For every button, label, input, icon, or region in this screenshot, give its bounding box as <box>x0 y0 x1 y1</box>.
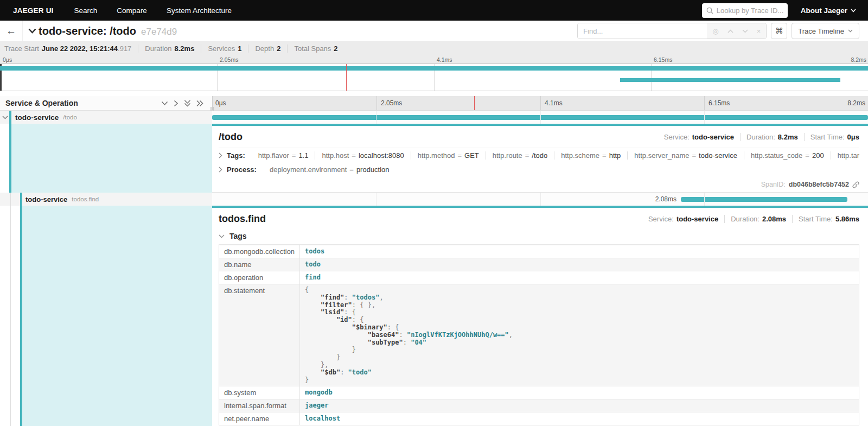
detail-accent-bar <box>212 124 868 126</box>
trace-collapse-chevron-icon[interactable] <box>28 28 36 34</box>
tag-value: /todo <box>532 151 547 160</box>
trace-meta-item: Duration8.2ms <box>138 44 201 53</box>
timeline-grid-header: Service & Operation 0μs2.05ms4.1ms6.15ms… <box>0 96 868 111</box>
meta-label: Total Spans <box>294 44 331 53</box>
detail-overview-meta: Service:todo-serviceDuration:8.2msStart … <box>658 133 859 141</box>
find-input[interactable] <box>578 23 707 39</box>
timeline-gridline <box>704 111 705 124</box>
detail-header: /todo Service:todo-serviceDuration:8.2ms… <box>219 131 859 143</box>
jaeger-logo[interactable]: JAEGER UI <box>13 7 54 15</box>
tag-table-row: net.peer.namelocalhost <box>219 412 859 425</box>
collapse-one-icon[interactable] <box>161 101 168 106</box>
detail-accent-bar <box>212 206 868 208</box>
span-children-chevron-icon[interactable] <box>2 116 10 119</box>
tags-accordion[interactable]: Tags: http.flavor=1.1http.host=localhost… <box>219 148 859 160</box>
process-accordion[interactable]: Process: deployment.environment=producti… <box>219 164 859 174</box>
tag-pill: deployment.environment=production <box>263 166 396 174</box>
detail-meta-label: Duration: <box>746 133 775 141</box>
prev-result-icon[interactable] <box>727 29 733 33</box>
tag-table-row: db.operationfind <box>219 271 859 284</box>
span-detail-indent <box>0 206 212 426</box>
tag-pill: http.scheme=http <box>554 151 628 160</box>
service-color-bar <box>20 193 22 206</box>
span-bar-cell[interactable]: 2.08ms <box>212 193 868 206</box>
tags-section-toggle[interactable]: Tags <box>219 232 859 245</box>
back-button[interactable]: ← <box>0 21 23 41</box>
service-color-bar <box>9 111 11 124</box>
tag-table-key: internal.span.format <box>219 399 300 412</box>
tag-pill: http.server_name=todo-service <box>628 151 744 160</box>
tag-key: http.host <box>322 151 349 160</box>
span-row-todos-find[interactable]: todo-service todos.find 2.08ms <box>0 193 868 206</box>
equals-sign: = <box>602 151 607 160</box>
nav-item-compare[interactable]: Compare <box>117 7 147 15</box>
detail-meta-value: todo-service <box>692 133 734 141</box>
timeline-gridline <box>540 193 541 206</box>
service-color-bar <box>9 124 11 193</box>
minimap-tick-label: 6.15ms <box>651 56 672 63</box>
db-statement-json: { "find": "todos", "filter": { }, "lsid"… <box>305 287 854 384</box>
span-detail-indent <box>0 124 212 193</box>
span-detail-card-todos-find: todos.find Service:todo-serviceDuration:… <box>212 206 868 426</box>
tag-table-key: db.statement <box>219 284 300 386</box>
span-name-cell[interactable]: todo-service /todo <box>0 111 212 124</box>
nav-item-search[interactable]: Search <box>74 7 98 15</box>
tag-key: deployment.environment <box>270 166 347 174</box>
trace-meta-item: Trace StartJune 22 2022, 15:21:44.917 <box>4 44 138 53</box>
minimap-tick-label: 0μs <box>0 56 12 63</box>
tag-pill: http.method=GET <box>411 151 486 160</box>
clear-find-icon[interactable]: × <box>757 28 761 35</box>
tag-pill: http.route=/todo <box>486 151 554 160</box>
minimap-tick-labels: 0μs2.05ms4.1ms6.15ms8.2ms <box>0 56 868 63</box>
chevron-right-icon <box>219 167 222 173</box>
expand-all-icon[interactable] <box>196 100 203 107</box>
about-jaeger-menu[interactable]: About Jaeger <box>801 7 856 15</box>
span-duration-bar[interactable] <box>681 197 847 202</box>
tag-key: http.route <box>493 151 522 160</box>
find-result-controls: ◎ × <box>707 23 766 39</box>
collapse-all-icon[interactable] <box>184 100 191 107</box>
trace-view-dropdown[interactable]: Trace Timeline <box>792 23 859 39</box>
page-title: todo-service: /todo e7e74d9 <box>39 25 177 37</box>
tag-key: http.scheme <box>561 151 599 160</box>
timeline-gridline <box>704 193 705 206</box>
tag-table-key: db.name <box>219 258 300 271</box>
span-row-todo[interactable]: todo-service /todo <box>0 111 868 124</box>
timeline-minimap[interactable] <box>0 63 868 91</box>
tag-table-row: db.mongodb.collectiontodos <box>219 245 859 258</box>
service-operation-header: Service & Operation <box>0 96 212 111</box>
detail-meta-item: Duration:8.2ms <box>741 133 805 141</box>
equals-sign: = <box>692 151 697 160</box>
span-bar-cell[interactable] <box>212 111 868 124</box>
nav-item-system-architecture[interactable]: System Architecture <box>167 7 232 15</box>
detail-meta-value: 0μs <box>847 133 859 141</box>
ruler-tick-label: 6.15ms <box>704 96 730 110</box>
copy-link-icon[interactable] <box>852 181 859 188</box>
tag-key: http.status_code <box>751 151 802 160</box>
expand-one-icon[interactable] <box>174 100 178 107</box>
tag-table-row: db.systemmongodb <box>219 386 859 399</box>
detail-meta-item: Service:todo-service <box>658 133 741 141</box>
tag-table-row: db.nametodo <box>219 258 859 271</box>
expand-collapse-controls <box>161 100 203 107</box>
tag-key: http.server_name <box>634 151 689 160</box>
detail-meta-label: Start Time: <box>799 215 833 223</box>
trace-name: todo-service: /todo <box>39 25 136 37</box>
keyboard-shortcuts-button[interactable]: ⌘ <box>771 23 787 39</box>
chevron-down-icon <box>848 29 853 33</box>
detail-meta-value: todo-service <box>676 215 718 223</box>
chevron-right-icon <box>219 152 222 158</box>
meta-label: Trace Start <box>4 44 39 53</box>
span-name-cell[interactable]: todo-service todos.find <box>0 193 212 206</box>
trace-id-lookup-input[interactable]: Lookup by Trace ID... <box>702 3 788 18</box>
detail-meta-value: 2.08ms <box>762 215 786 223</box>
detail-meta-label: Duration: <box>731 215 760 223</box>
meta-value: June 22 2022, 15:21:44.917 <box>42 44 132 53</box>
tag-table-value: jaeger <box>300 399 859 412</box>
timeline-gridline <box>540 111 541 124</box>
equals-sign: = <box>457 151 462 160</box>
focus-result-icon[interactable]: ◎ <box>712 28 718 35</box>
next-result-icon[interactable] <box>742 29 748 33</box>
detail-tint-block <box>11 124 212 193</box>
find-group: ◎ × <box>577 23 767 39</box>
